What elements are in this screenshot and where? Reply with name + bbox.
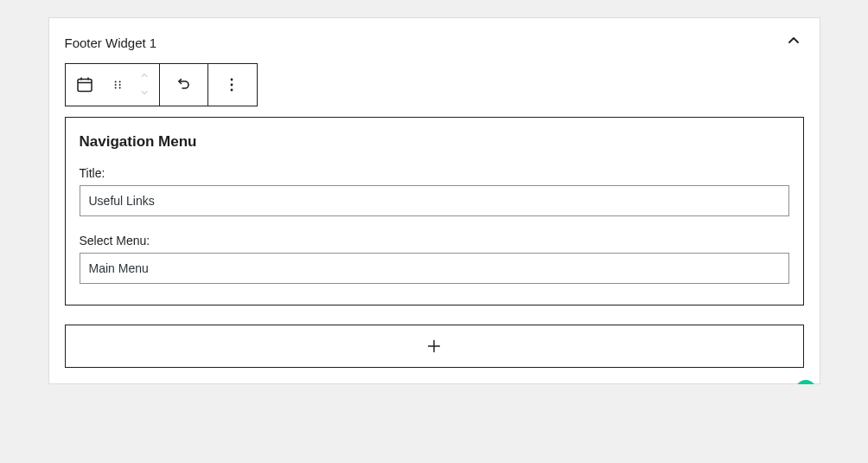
svg-point-4 [118,80,120,82]
drag-handle-icon [111,77,125,93]
title-input[interactable] [80,185,789,216]
svg-point-2 [114,84,116,86]
toolbar-group-block [65,63,160,106]
svg-point-6 [118,87,120,89]
replace-button[interactable] [160,64,208,106]
select-menu-label: Select Menu: [80,234,789,248]
chevron-up-icon [137,70,151,80]
move-down-button[interactable] [137,86,151,101]
svg-point-9 [231,89,233,92]
help-bubble[interactable] [795,380,816,384]
svg-point-1 [114,80,116,82]
panel-header: Footer Widget 1 [49,18,820,61]
select-menu-dropdown[interactable]: Main Menu [80,253,789,284]
svg-point-8 [231,84,233,87]
panel-title: Footer Widget 1 [65,35,157,50]
svg-rect-0 [78,80,92,92]
collapse-toggle[interactable] [783,30,804,55]
move-arrows [131,64,159,106]
more-vertical-icon [221,74,242,95]
plus-icon [424,337,444,356]
chevron-down-icon [137,87,151,98]
svg-point-7 [231,79,233,81]
block-toolbar [65,63,820,106]
svg-point-3 [114,87,116,89]
move-up-button[interactable] [137,68,151,84]
block-type-button[interactable] [66,64,105,106]
drag-handle-button[interactable] [105,64,131,106]
widget-name-heading: Navigation Menu [80,133,789,151]
replace-icon [173,74,194,95]
title-field-label: Title: [80,166,789,180]
add-block-button[interactable] [65,325,804,368]
chevron-up-icon [783,30,804,51]
widget-area-panel: Footer Widget 1 [48,17,820,384]
toolbar-group-actions [159,63,258,106]
widget-editor-box: Navigation Menu Title: Select Menu: Main… [65,117,804,305]
calendar-icon [74,74,95,95]
more-options-button[interactable] [208,64,257,106]
svg-point-5 [118,84,120,86]
